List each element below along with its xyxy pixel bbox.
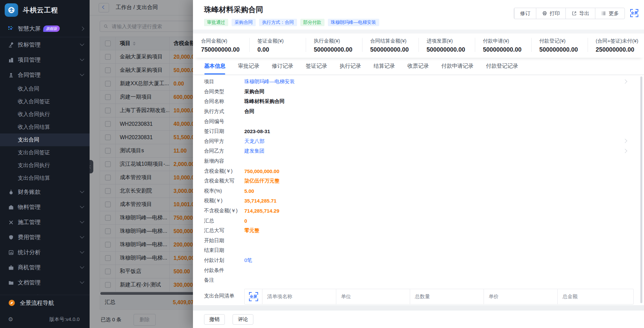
field-value: 零元整 [244, 227, 259, 234]
field-value: 珠穆朗玛峰—电梯安装 [244, 78, 295, 85]
action-button[interactable]: 更多 [595, 8, 625, 19]
sidebar-menu-item[interactable]: 文档管理 [0, 275, 90, 290]
sidebar-menu-label: 投标管理 [18, 41, 81, 49]
sidebar-submenu-label: 支出合同执行 [18, 162, 50, 169]
sidebar-submenu-item[interactable]: 收入合同执行 [0, 108, 90, 121]
tab[interactable]: 基本信息 [204, 58, 226, 74]
fullscreen-icon[interactable]: 全屏 [630, 9, 638, 17]
chevron-right-icon[interactable] [623, 149, 627, 153]
field-label: 结束日期 [204, 247, 244, 254]
basic-info-panel: 项目 珠穆朗玛峰—电梯安装 合同类型 采购合同 合同名称 珠峰材料采购合同 [193, 74, 641, 305]
chevron-right-icon[interactable] [623, 79, 627, 84]
header-divider [193, 30, 644, 34]
sidebar-item-smart-screen[interactable]: 智慧大屏 旗舰版 [0, 20, 90, 37]
field-label: 不含税金额(￥) [204, 208, 244, 214]
sidebar-menu-item[interactable]: 费用管理 [0, 230, 90, 245]
sidebar-menu-item[interactable]: 施工管理 [0, 215, 90, 230]
sidebar-submenu-item[interactable]: 支出合同结算 [0, 172, 90, 184]
tab[interactable]: 修订记录 [272, 58, 293, 74]
printer-icon [542, 11, 547, 16]
footer-divider [193, 305, 644, 311]
drawer-scrollbar[interactable] [640, 76, 642, 303]
tab[interactable]: 付款申请记录 [441, 58, 474, 74]
sidebar-submenu-item[interactable]: 收入合同签证 [0, 95, 90, 108]
field-label: 合同乙方 [204, 148, 244, 154]
field-row: 执行方式 合同 [204, 107, 641, 117]
vip-badge: 旗舰版 [43, 25, 60, 32]
action-button-label: 导出 [579, 10, 589, 17]
field-label: 付款条件 [204, 267, 244, 274]
field-value: 采购合同 [244, 89, 264, 95]
field-row: 合同甲方 天龙八部 [204, 136, 641, 147]
field-label: 备注 [204, 277, 244, 283]
footer-button[interactable]: 评论 [233, 314, 253, 325]
tab-label: 付款登记记录 [486, 63, 518, 70]
metric-label: 付款登记(¥) [539, 38, 588, 44]
sidebar-menu-item[interactable]: 统计分析 [0, 245, 90, 260]
summary-metric: (合同+签证)未付(¥) 250000000.00 [588, 34, 644, 58]
metric-value: 0.00 [257, 46, 306, 53]
action-button[interactable]: 导出 [565, 8, 595, 19]
action-button[interactable]: 打印 [536, 8, 565, 19]
sidebar-menu-item[interactable]: 投标管理 [0, 37, 90, 52]
sidebar-submenu-item[interactable]: 收入合同 [0, 83, 90, 95]
tab[interactable]: 付款登记记录 [486, 58, 518, 74]
folder-icon [8, 280, 14, 286]
metric-label: (合同+签证)未付(¥) [596, 38, 644, 44]
sidebar-menu-item[interactable]: 商机管理 [0, 260, 90, 275]
tab[interactable]: 签证记录 [306, 58, 327, 74]
metric-value: 500000000.00 [370, 46, 418, 53]
tab[interactable]: 执行记录 [340, 58, 361, 74]
field-value: 天龙八部 [244, 138, 264, 145]
tab[interactable]: 审批记录 [238, 58, 259, 74]
app-title: 斗栱云工程 [23, 6, 58, 15]
tab-label: 审批记录 [238, 63, 259, 70]
field-row: 备注 [204, 275, 641, 285]
sidebar-submenu-item[interactable]: 支出合同执行 [0, 159, 90, 172]
gear-icon[interactable]: ⚙ [8, 316, 13, 323]
sidebar-submenu-item[interactable]: 支出合同 [0, 133, 90, 146]
sidebar-menu-item[interactable]: 物料管理 [0, 200, 90, 215]
tools-icon [8, 219, 14, 225]
metric-label: 签证金额(¥) [257, 38, 306, 44]
field-label: 合同甲方 [204, 138, 244, 145]
chevron-down-icon [80, 279, 84, 284]
sidebar-submenu-label: 收入合同结算 [18, 124, 50, 131]
field-row: 付款条件 [204, 265, 641, 275]
status-tag: 审批通过 [204, 19, 228, 26]
field-label: 含税金额大写 [204, 178, 244, 184]
metric-label: 付款申请(¥) [483, 38, 531, 44]
tab[interactable]: 收票记录 [407, 58, 429, 74]
drawer-header: 珠峰材料采购合同 审批通过 采购合同 执行方式：合同 部分付款 珠穆朗玛峰—电梯… [193, 0, 644, 30]
sidebar-menu-item[interactable]: 项目管理 [0, 52, 90, 67]
metric-value: 250000000.00 [596, 46, 644, 53]
sidebar-menu-item[interactable]: 资金账户管理 [0, 290, 90, 295]
chevron-right-icon[interactable] [623, 139, 627, 143]
field-label: 税额(￥) [204, 198, 244, 204]
field-label: 汇总大写 [204, 227, 244, 234]
footer-button[interactable]: 撤销 [204, 314, 225, 325]
sidebar-menu-item[interactable]: 财务账款 [0, 184, 90, 200]
list-column-header: 单位 [336, 289, 410, 304]
table-fullscreen-icon[interactable]: 全屏 [249, 292, 258, 301]
field-value: 35,714,285.71 [244, 198, 277, 204]
chevron-down-icon [80, 42, 84, 46]
action-button[interactable]: 修订 [514, 8, 536, 19]
sidebar-submenu-label: 支出合同签证 [18, 149, 50, 156]
sidebar-submenu-item[interactable]: 支出合同签证 [0, 146, 90, 159]
tab[interactable]: 结算记录 [374, 58, 395, 74]
field-label: 新增内容 [204, 158, 244, 164]
sidebar-item-panorama-nav[interactable]: 全景流程导航 [0, 295, 90, 311]
sidebar-submenu-item[interactable]: 收入合同结算 [0, 121, 90, 133]
field-value: 0 [244, 218, 247, 224]
sidebar-menu-item[interactable]: 合同管理 [0, 67, 90, 83]
field-row: 合同类型 采购合同 [204, 87, 641, 97]
field-label: 签订日期 [204, 128, 244, 134]
chevron-right-icon [80, 26, 84, 31]
chevron-down-icon [80, 204, 84, 208]
chevron-down-icon [80, 72, 84, 76]
chevron-down-icon [80, 219, 84, 223]
field-value: 5.00 [244, 188, 254, 194]
field-value: 714,285,714.29 [244, 208, 279, 214]
metric-value: 500000000.00 [539, 46, 588, 53]
